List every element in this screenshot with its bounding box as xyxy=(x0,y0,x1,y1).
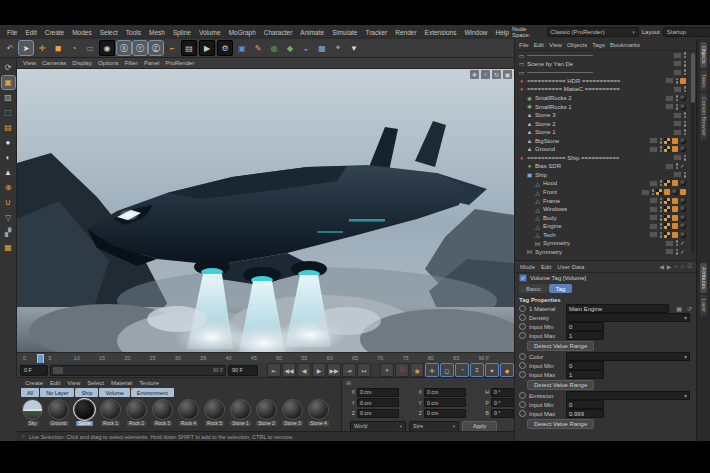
orange-tag-chip[interactable] xyxy=(672,232,678,238)
visibility-dots[interactable] xyxy=(676,249,679,255)
object-row-frame[interactable]: △Frame xyxy=(515,196,696,205)
layer-tab-no-layer[interactable]: No Layer xyxy=(40,388,74,397)
material-stone-2[interactable]: Stone 2 xyxy=(254,399,279,426)
menu-tracker[interactable]: Tracker xyxy=(362,28,390,37)
color-input-min[interactable]: 0 xyxy=(566,361,604,370)
visibility-dots[interactable] xyxy=(684,129,687,135)
lock-y-axis[interactable]: Ⓨ xyxy=(133,41,147,55)
emission-input-min[interactable]: 0 xyxy=(566,400,604,409)
density-input-min[interactable]: 0 xyxy=(566,322,604,331)
enable-axis-icon[interactable]: ⊕ xyxy=(2,181,15,194)
coords-field-x-1[interactable]: 0 cm xyxy=(424,388,466,397)
model-mode-icon[interactable]: ▣ xyxy=(2,76,15,89)
viewport-menu-display[interactable]: Display xyxy=(72,60,92,66)
render-view-button[interactable]: ▤ xyxy=(181,40,197,56)
next-frame-button[interactable]: ▶▶ xyxy=(327,363,341,377)
viewport-menu-cameras[interactable]: Cameras xyxy=(42,60,66,66)
dark-tag-chip[interactable] xyxy=(680,95,686,101)
points-mode-icon[interactable]: ● xyxy=(2,136,15,149)
coordinate-system-toggle[interactable]: ⌐ xyxy=(165,41,179,55)
visibility-dots[interactable] xyxy=(684,121,687,127)
emission-dropdown[interactable]: ▾ xyxy=(566,391,690,400)
object-row-bias-sdr[interactable]: ●Bias SDR✓ xyxy=(515,162,696,171)
visibility-dots[interactable] xyxy=(684,86,687,92)
density-detect-value-range-button[interactable]: Detect Value Range xyxy=(527,341,594,351)
menu-mesh[interactable]: Mesh xyxy=(146,28,168,37)
visibility-dots[interactable] xyxy=(684,155,687,161)
viewport-menu-filter[interactable]: Filter xyxy=(125,60,138,66)
color-dropdown[interactable]: ▾ xyxy=(566,352,690,361)
object-row-stone-1[interactable]: ▲Stone 1 xyxy=(515,128,696,137)
simulate-button[interactable]: ◆ xyxy=(283,41,297,55)
render-settings-button[interactable]: ⚙ xyxy=(217,40,233,56)
viewport-menu-view[interactable]: View xyxy=(23,60,36,66)
menu-animate[interactable]: Animate xyxy=(297,28,327,37)
visibility-dots[interactable] xyxy=(684,69,687,75)
dark-tag-chip[interactable] xyxy=(680,232,686,238)
layer-toggle[interactable] xyxy=(673,86,682,93)
menu-spline[interactable]: Spline xyxy=(170,28,194,37)
record-context-button[interactable]: ● xyxy=(380,363,394,377)
menu-simulate[interactable]: Simulate xyxy=(329,28,360,37)
om-menu-file[interactable]: File xyxy=(519,42,529,48)
orange-tag-chip[interactable] xyxy=(680,189,686,195)
material-link-field[interactable]: Main Engine xyxy=(566,304,669,313)
object-row-mattec[interactable]: ●========== MatteC ========== xyxy=(515,85,696,94)
dark-tag-chip[interactable] xyxy=(680,215,686,221)
object-row-hdr[interactable]: ●=========== HDR =========== xyxy=(515,77,696,86)
anim-dot-icon[interactable] xyxy=(519,371,526,378)
key-scale-toggle[interactable]: ◻ xyxy=(440,363,454,377)
viewport-menu-panel[interactable]: Panel xyxy=(144,60,159,66)
menu-help[interactable]: Help xyxy=(493,28,512,37)
edges-mode-icon[interactable]: ◐ xyxy=(2,151,15,164)
check-tag-chip[interactable]: ✓ xyxy=(680,240,686,246)
camera-button[interactable]: ⌖ xyxy=(331,41,345,55)
menu-edit[interactable]: Edit xyxy=(22,28,39,37)
material-stone-4[interactable]: Stone 4 xyxy=(306,399,331,426)
checker-tag-chip[interactable] xyxy=(664,180,670,186)
scale-tool[interactable]: ◼ xyxy=(51,41,65,55)
uv-mode-icon[interactable]: ▤ xyxy=(2,121,15,134)
last-used-tool[interactable]: ▭ xyxy=(83,41,97,55)
material-sky[interactable]: Sky xyxy=(20,399,45,426)
goto-start-button[interactable]: ⇤ xyxy=(267,363,281,377)
layer-toggle[interactable] xyxy=(649,206,658,213)
coords-space-dropdown[interactable]: World ▾ xyxy=(350,421,406,432)
locked-workplane-icon[interactable]: ▦ xyxy=(2,241,15,254)
rotate-view-icon[interactable]: ↻ xyxy=(492,70,501,79)
dock-tab-takes[interactable]: Takes xyxy=(700,70,707,92)
anim-dot-icon[interactable] xyxy=(519,323,526,330)
preview-range-slider[interactable]: 90 F xyxy=(50,365,226,376)
viewport-menu-prorender[interactable]: ProRender xyxy=(165,60,194,66)
anim-dot-icon[interactable] xyxy=(519,314,526,321)
color-input-max[interactable]: 1 xyxy=(566,370,604,379)
node-space-dropdown[interactable]: Classic (ProRender) ▾ xyxy=(547,27,639,37)
visibility-dots[interactable] xyxy=(676,104,679,110)
previous-frame-button[interactable]: ◀ xyxy=(297,363,311,377)
coords-field-y-0[interactable]: 0 cm xyxy=(357,398,399,407)
key-position-toggle[interactable]: ✛ xyxy=(425,363,439,377)
layer-toggle[interactable] xyxy=(649,214,658,221)
rotate-tool[interactable]: ◔ xyxy=(67,41,81,55)
material-menu-material[interactable]: Material xyxy=(111,380,132,386)
polygons-mode-icon[interactable]: ▲ xyxy=(2,166,15,179)
visibility-dots[interactable] xyxy=(660,223,663,229)
end-frame-field[interactable]: 90 F xyxy=(228,365,258,376)
visibility-dots[interactable] xyxy=(660,206,663,212)
orange-tag-chip[interactable] xyxy=(672,215,678,221)
toggle-view-icon[interactable]: ▣ xyxy=(503,70,512,79)
layer-toggle[interactable] xyxy=(673,112,682,119)
undo-icon[interactable]: ↶ xyxy=(3,41,17,55)
menu-create[interactable]: Create xyxy=(42,28,68,37)
object-row-tech[interactable]: △Tech xyxy=(515,230,696,239)
menu-volume[interactable]: Volume xyxy=(196,28,224,37)
subdivision-surface-button[interactable]: ◍ xyxy=(267,41,281,55)
checker-tag-chip[interactable] xyxy=(664,232,670,238)
dock-tab-objects[interactable]: Objects xyxy=(700,42,707,68)
layer-toggle[interactable] xyxy=(673,69,682,76)
anim-dot-icon[interactable] xyxy=(519,332,526,339)
clear-icon[interactable]: ↺ xyxy=(687,305,692,312)
keyframe-selection-button[interactable]: ◆ xyxy=(500,363,514,377)
visibility-dots[interactable] xyxy=(684,172,687,178)
menu-mograph[interactable]: MoGraph xyxy=(226,28,259,37)
